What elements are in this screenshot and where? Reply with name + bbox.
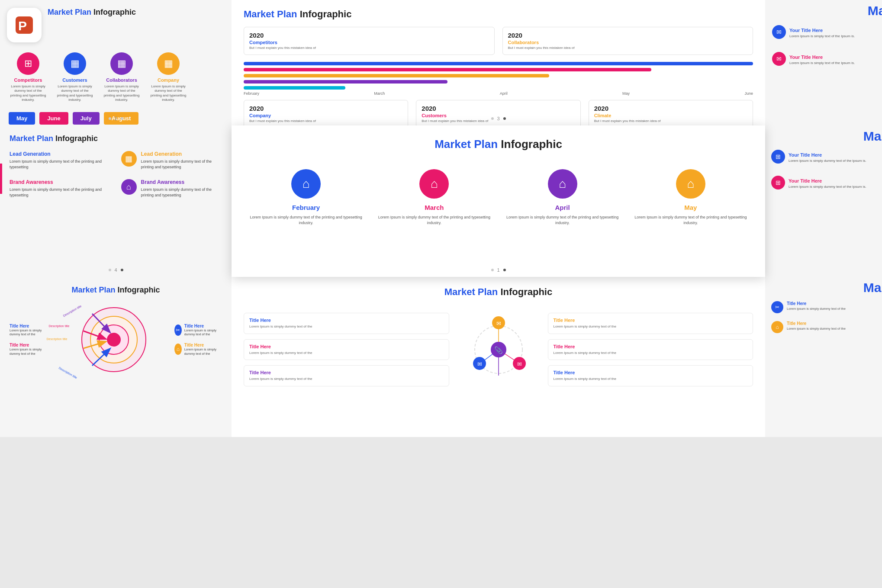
slide5-desc-apr: Lorem Ipsum is simply dummy text of the … [506,215,619,225]
slide6-circle-1: ⊞ [771,150,785,164]
page-dot [491,269,493,271]
svg-text:📎: 📎 [494,346,503,354]
slide5-month-may: May [684,204,697,211]
competitors-circle: ⊞ [17,52,39,75]
slide7-right-icon-2: ⌂ [174,344,182,355]
page-dot [108,269,111,271]
slide9-circle-1: ✂ [771,301,783,313]
slide4-right-item-2: ⌂ Brand Awareness Lorem Ipsum is simply … [121,179,222,198]
page-number-1: 2 [114,116,117,121]
slide-5: Market Plan Infographic ⌂ February Lorem… [232,125,765,277]
svg-point-6 [107,333,121,347]
slide3-title-2: Your Title Here [789,55,855,60]
slide8-item-3: Title Here Lorem Ipsum is simply dummy t… [244,365,449,386]
page-number-4: 4 [114,267,117,273]
slide9-item-1: ✂ Title Here Lorem ipsum is simply dummy… [771,301,876,313]
page-indicator-4: 4 [108,267,123,273]
slide3-item-1: ✉ Your Title Here Lorem Ipsum is simply … [772,25,875,44]
slide7-left-item-1: Title Here Lorem ipsum is simply dummy t… [10,324,53,337]
slide7-left-item-2: Title Here Lorem ipsum is simply dummy t… [10,343,53,356]
slide4-right-item-1: ▦ Lead Generation Lorem Ipsum is simply … [121,151,222,170]
slide4-lead-desc: Lorem Ipsum is simply dummy text of the … [10,159,111,170]
slide6-item-1: ⊞ Your Title Here Lorem Ipsum is simply … [771,150,876,166]
slide3-desc-1: Lorem Ipsum is simply text of the Ipsum … [789,34,855,39]
slide5-desc-may: Lorem Ipsum is simply dummy text of the … [634,215,747,225]
timeline-label-mar: March [374,91,385,96]
july-button[interactable]: July [73,112,100,125]
svg-text:P: P [18,19,27,33]
slide-7: Market Plan Infographic Title Here Lorem… [0,277,232,437]
slide5-icon-apr: ⌂ [548,169,577,199]
slide7-title: Market Plan Infographic [10,286,222,295]
timeline-bar-orange [244,74,549,77]
slide7-right-item-1: ✂ Title Here Lorem ipsum is simply dummy… [174,324,222,337]
slide3-desc-2: Lorem Ipsum is simply text of the Ipsum … [789,61,855,65]
slide2-card-company: 2020 Company But I must explain you this… [244,100,408,125]
customers-circle: ▦ [64,52,86,75]
slide5-month-feb: February [292,204,320,211]
slide4-lead-label: Lead Generation [10,151,111,157]
timeline-bar-blue [244,62,753,65]
slide5-card-feb: ⌂ February Lorem Ipsum is simply dummy t… [245,163,367,231]
slide1-title: Market Plan Infographic [48,8,223,17]
slide8-item-1: Title Here Lorem Ipsum is simply dummy t… [244,313,449,334]
may-button[interactable]: May [9,112,35,125]
slide6-desc-1: Lorem Ipsum is simply dummy text of the … [789,159,866,163]
competitors-label: Competitors [14,77,42,83]
slide-3: Mar ✉ Your Title Here Lorem Ipsum is sim… [765,0,882,125]
timeline-bar-purple [244,80,447,84]
slide7-right-icon-1: ✂ [174,325,182,336]
page-indicator-5: 1 [491,267,505,273]
center-network: 📎 ✉ ✉ ✉ [455,306,542,393]
slide6-desc-2: Lorem Ipsum is simply dummy text of the … [789,185,866,189]
icon-block-competitors: ⊞ Competitors Lorem Ipsum is simply dumm… [9,52,48,103]
slide6-circle-2: ⊞ [771,176,785,190]
slide6-label-2: Your Title Here [789,178,866,183]
slide7-right-item-2: ⌂ Title Here Lorem ipsum is simply dummy… [174,343,222,356]
slide5-icon-feb: ⌂ [291,169,321,199]
slide5-card-may: ⌂ May Lorem Ipsum is simply dummy text o… [630,163,751,231]
slide-9: Mar ✂ Title Here Lorem ipsum is simply d… [765,277,882,437]
slide8-title: Market Plan Infographic [244,286,753,298]
slide2-card-customers: 2020 Customers But I must explain you th… [416,100,580,125]
page-dot [121,269,123,271]
page-dot [121,117,123,120]
page-number-2: 3 [497,116,499,121]
slide9-item-2: ⌂ Title Here Lorem ipsum is simply dummy… [771,321,876,333]
timeline-label-may: May [622,91,630,96]
slide5-card-apr: ⌂ April Lorem Ipsum is simply dummy text… [502,163,623,231]
june-button[interactable]: June [39,112,68,125]
slide4-left-item-2: Brand Awareness Lorem Ipsum is simply du… [10,179,111,198]
page-dot [503,117,506,120]
timeline-label-feb: February [244,91,259,96]
target-svg [79,305,148,374]
slide4-left-item-1: Lead Generation Lorem Ipsum is simply du… [10,151,111,170]
slide-2: Market Plan Infographic 2020 Competitors… [232,0,765,125]
slide4-right-icon-1: ▦ [121,151,137,167]
slide-1: P Market Plan Infographic ⊞ Competitors … [0,0,232,125]
slide4-brand-desc: Lorem Ipsum is simply dummy text of the … [10,187,111,198]
slide2-card-climate: 2020 Climate But I must explain you this… [589,100,753,125]
icon-block-company: ▦ Company Lorem Ipsum is simply dummy te… [149,52,188,103]
slide3-circle-2: ✉ [772,52,786,66]
page-indicator-2: 3 [491,116,505,121]
slide3-partial-title: Mar [868,3,882,18]
slide3-item-2: ✉ Your Title Here Lorem Ipsum is simply … [772,52,875,68]
slide4-title: Market Plan Infographic [10,134,222,143]
collaborators-label: Collaborators [106,77,137,83]
timeline-bar-teal [244,86,345,90]
slide-6: Mar ⊞ Your Title Here Lorem Ipsum is sim… [765,125,882,277]
slide9-partial-title: Mar [863,280,882,295]
icon-block-customers: ▦ Customers Lorem Ipsum is simply dummy … [55,52,94,103]
slide2-title: Market Plan Infographic [244,9,753,20]
icon-block-collaborators: ▦ Collaborators Lorem Ipsum is simply du… [102,52,141,103]
slide-4: Market Plan Infographic Lead Generation … [0,125,232,277]
svg-text:✉: ✉ [496,320,501,327]
slide5-icon-mar: ⌂ [419,169,449,199]
collaborators-circle: ▦ [110,52,133,75]
slide8-item-4: Title Here Lorem Ipsum is simply dummy t… [548,313,753,334]
page-indicator-1: 2 [108,116,123,121]
slide4-brand-label: Brand Awareness [10,179,111,185]
powerpoint-icon: P [7,8,42,42]
slide5-desc-feb: Lorem Ipsum is simply dummy text of the … [250,215,362,225]
